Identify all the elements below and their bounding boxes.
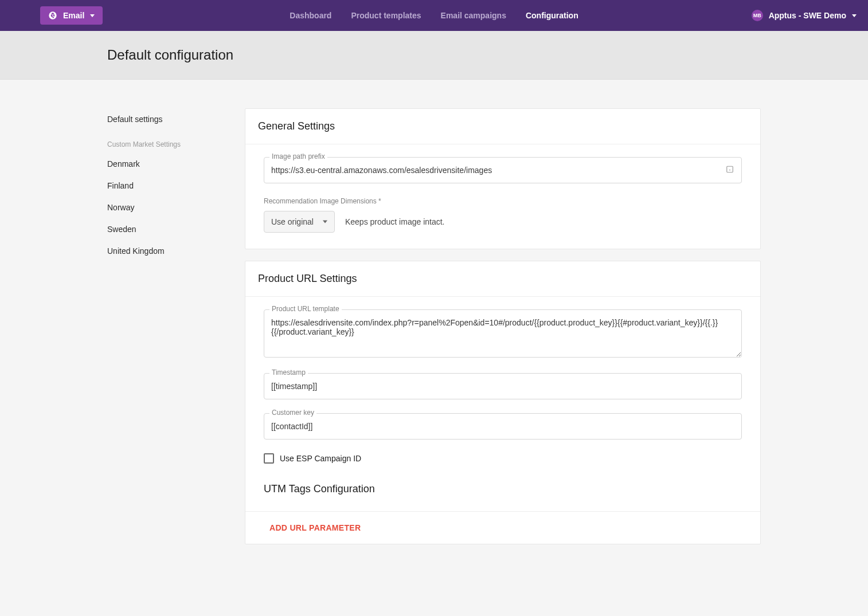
avatar: MB: [752, 10, 763, 21]
caret-down-icon: [90, 14, 95, 17]
sidebar-item-denmark[interactable]: Denmark: [107, 153, 222, 175]
user-name: Apptus - SWE Demo: [769, 11, 846, 20]
brand-dropdown[interactable]: Email: [40, 6, 103, 25]
page-title: Default configuration: [107, 47, 761, 63]
sidebar-item-default-settings[interactable]: Default settings: [107, 108, 222, 130]
sidebar-item-finland[interactable]: Finland: [107, 175, 222, 197]
sidebar-item-norway[interactable]: Norway: [107, 197, 222, 218]
brand-label: Email: [63, 11, 84, 20]
main-nav: Dashboard Product templates Email campai…: [290, 11, 578, 20]
customer-key-input[interactable]: [264, 413, 742, 440]
general-settings-title: General Settings: [245, 109, 760, 144]
product-url-template-label: Product URL template: [269, 305, 342, 313]
timestamp-label: Timestamp: [269, 368, 308, 376]
caret-down-icon: [323, 221, 327, 223]
nav-configuration[interactable]: Configuration: [526, 11, 578, 20]
rec-dim-help: Keeps product image intact.: [345, 217, 445, 226]
utm-title: UTM Tags Configuration: [264, 483, 742, 495]
timestamp-input[interactable]: [264, 373, 742, 399]
use-esp-label: Use ESP Campaign ID: [280, 454, 361, 463]
rec-dim-select[interactable]: Use original: [264, 211, 335, 233]
add-url-parameter-button[interactable]: ADD URL PARAMETER: [258, 523, 372, 532]
use-esp-checkbox[interactable]: [264, 453, 274, 464]
image-path-prefix-field: Image path prefix: [264, 157, 742, 183]
user-menu[interactable]: MB Apptus - SWE Demo: [752, 10, 857, 21]
rec-dim-label: Recommendation Image Dimensions *: [264, 197, 742, 205]
rec-dim-value: Use original: [271, 217, 314, 226]
product-url-template-input[interactable]: [264, 309, 742, 358]
sidebar: Default settings Custom Market Settings …: [107, 108, 222, 556]
customer-key-field: Customer key: [264, 413, 742, 440]
brand-logo-icon: [48, 11, 57, 20]
customer-key-label: Customer key: [269, 409, 316, 417]
nav-dashboard[interactable]: Dashboard: [290, 11, 331, 20]
topbar: Email Dashboard Product templates Email …: [0, 0, 868, 31]
general-settings-card: General Settings Image path prefix Recom…: [245, 108, 761, 249]
utm-footer: ADD URL PARAMETER: [245, 511, 760, 544]
sidebar-group-label: Custom Market Settings: [107, 130, 222, 153]
content: Default settings Custom Market Settings …: [99, 108, 769, 556]
image-path-prefix-label: Image path prefix: [269, 152, 327, 160]
nav-product-templates[interactable]: Product templates: [351, 11, 421, 20]
product-url-template-field: Product URL template: [264, 309, 742, 359]
page-header: Default configuration: [0, 31, 868, 80]
caret-down-icon: [852, 14, 857, 17]
nav-email-campaigns[interactable]: Email campaigns: [441, 11, 506, 20]
info-icon[interactable]: [726, 166, 734, 175]
product-url-card: Product URL Settings Product URL templat…: [245, 261, 761, 544]
main: General Settings Image path prefix Recom…: [245, 108, 761, 556]
timestamp-field: Timestamp: [264, 373, 742, 399]
sidebar-item-united-kingdom[interactable]: United Kingdom: [107, 240, 222, 262]
product-url-title: Product URL Settings: [245, 261, 760, 297]
rec-dim-row: Use original Keeps product image intact.: [264, 211, 742, 233]
use-esp-row: Use ESP Campaign ID: [264, 453, 742, 464]
image-path-prefix-input[interactable]: [264, 157, 742, 183]
sidebar-item-sweden[interactable]: Sweden: [107, 218, 222, 240]
